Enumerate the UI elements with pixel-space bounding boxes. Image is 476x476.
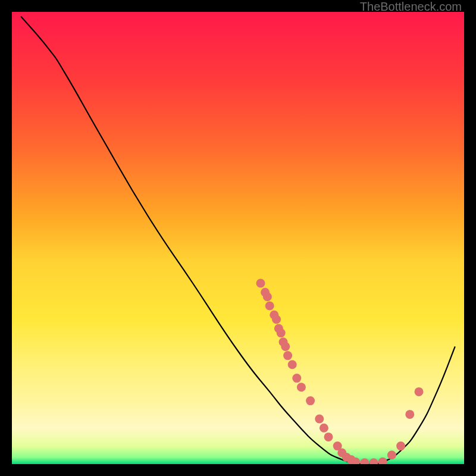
data-point xyxy=(272,315,281,324)
data-point xyxy=(378,458,387,464)
data-point xyxy=(288,360,297,369)
data-point xyxy=(265,302,274,311)
data-point xyxy=(277,328,286,337)
data-point xyxy=(324,433,333,441)
chart-svg xyxy=(12,12,464,464)
data-point xyxy=(283,351,292,360)
data-point xyxy=(360,458,369,464)
data-point xyxy=(263,292,272,301)
data-point xyxy=(292,374,301,383)
data-point xyxy=(297,383,306,392)
data-point xyxy=(320,424,328,433)
data-point xyxy=(306,396,315,405)
data-point xyxy=(256,279,265,288)
data-point xyxy=(315,415,324,424)
data-point xyxy=(281,342,290,351)
data-point xyxy=(405,410,414,419)
data-point xyxy=(415,387,424,396)
data-point xyxy=(396,441,405,450)
data-point xyxy=(387,450,396,459)
bottleneck-curve xyxy=(21,17,455,464)
watermark-text: TheBottleneck.com xyxy=(360,0,462,14)
scatter-points xyxy=(256,279,424,465)
data-point xyxy=(369,458,378,464)
chart-area xyxy=(12,12,464,464)
